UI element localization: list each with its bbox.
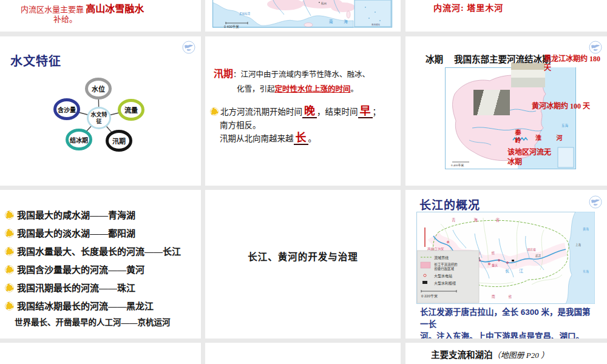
pinwheel-bullet-icon — [5, 229, 14, 238]
blank-answer-long: 长 — [294, 132, 308, 145]
flood-note-line3: 汛期从北向南越来越长。 — [210, 132, 399, 146]
sea-label-yellow-sea: 黄海 — [583, 227, 589, 231]
city-label-hangzhou: 杭州 — [321, 1, 327, 5]
huaihe-label: 淮 河 — [535, 133, 569, 143]
fact-row: 我国汛期最长的河流——珠江 — [5, 281, 135, 294]
flood-term: 汛期 — [214, 69, 233, 79]
pinwheel-bullet-icon — [210, 107, 219, 116]
fact-row: 世界最长、开凿最早的人工河——京杭运河 — [15, 315, 171, 328]
slide-thumbnail-r1c1[interactable]: 内流区水量主要靠 高山冰雪融水 补给。 — [0, 0, 201, 32]
map-legend: 流域界线 长江干流流经的 省级行政区域 大型水电站 大型水利枢纽 0 220千米 — [417, 251, 479, 303]
yangtze-basin-map: 青 海 省 西藏自治区 四 川 省 云 南 省 重庆 湖北省 武汉 上海 长 江… — [416, 212, 595, 304]
slide-thumbnail-r4c2[interactable] — [205, 343, 401, 364]
province-label-chongqing: 重庆 — [492, 263, 498, 268]
city-label-wuhan: 武汉 — [535, 254, 541, 258]
globe-icon — [182, 41, 195, 54]
slide-sorter-grid: 内流区水量主要靠 高山冰雪融水 补给。 0 400千米 孟加拉湾 南 海 杭州 … — [0, 0, 607, 364]
diagram-node-flood-period: 汛期 — [106, 130, 132, 152]
pinwheel-bullet-icon — [5, 265, 14, 274]
river-label-changjiang: 长 江 — [505, 268, 527, 274]
province-label-yunnan: 云 南 省 — [475, 294, 518, 299]
slide-thumbnail-r3c2[interactable]: 长江、黄河的开发与治理 — [205, 190, 401, 339]
fact-row: 我国最大的淡水湖——鄱阳湖 — [5, 226, 135, 239]
svg-text:大型水电站: 大型水电站 — [434, 274, 452, 278]
frozen-river-photo — [511, 63, 545, 87]
diagram-node-sediment: 含沙量 — [53, 98, 80, 120]
diagram-node-water-level: 水位 — [85, 78, 112, 99]
province-label-hubei: 湖北省 — [527, 248, 536, 252]
inflow-supply-line: 内流区水量主要靠 高山冰雪融水 — [21, 1, 144, 15]
blank-answer-late: 晚 — [302, 105, 317, 118]
inland-river-line: 内流河: 塔里木河 — [433, 1, 503, 13]
slide-title: 水文特征 — [10, 52, 61, 69]
slide-title: 长江的概况 — [419, 196, 480, 212]
svg-text:流域界线: 流域界线 — [434, 255, 449, 260]
fact-row: 我国含沙量最大的河流——黄河 — [5, 263, 144, 275]
globe-icon — [589, 41, 602, 54]
pinwheel-bullet-icon — [5, 211, 14, 220]
south-china-sea-label: 南 海 — [329, 19, 353, 24]
section-title: 长江、黄河的开发与治理 — [205, 249, 401, 263]
annotation-heilongjiang-ice: 黑龙江冰期约 180 天 — [544, 55, 607, 73]
slide-thumbnail-r2c2[interactable]: 汛期：江河中由于流域内季节性降水、融冰、 化雪，引起定时性水位上涨的时间。 北方… — [205, 36, 401, 186]
tributaries-title: 主要支流和湖泊（地图册 P20 ） — [431, 348, 549, 360]
slide-thumbnail-r1c3[interactable]: 内流河: 塔里木河 — [405, 0, 607, 32]
slide-thumbnail-r2c1[interactable]: 水文特征 水位 流量 含沙量 结冰期 汛期 水文特征 — [0, 36, 201, 186]
hukou-waterfall-photo — [473, 90, 510, 115]
sea-label: 东海 — [561, 123, 569, 128]
map-scale-label: 0 400千米 — [451, 163, 464, 167]
diagram-center-node: 水文特征 — [87, 107, 111, 129]
flood-definition-line1: 汛期：江河中由于流域内季节性降水、融冰、 — [214, 67, 396, 82]
inflow-supply-tail: 补给。 — [53, 13, 77, 24]
slide-thumbnail-r3c1[interactable]: 我国最大的咸水湖——青海湖 我国最大的淡水湖——鄱阳湖 我国水量最大、长度最长的… — [0, 190, 201, 339]
pinwheel-bullet-icon — [5, 247, 14, 256]
flood-definition-line2: 化雪，引起定时性水位上涨的时间。 — [214, 82, 396, 96]
svg-text:长江干流流经的: 长江干流流经的 — [434, 262, 458, 267]
svg-text:省级行政区域: 省级行政区域 — [434, 266, 455, 271]
slide-thumbnail-r4c1[interactable] — [0, 343, 201, 364]
svg-text:0 220千米: 0 220千米 — [421, 294, 438, 298]
province-label-qinghai: 青 海 省 — [452, 217, 508, 223]
slide-thumbnail-r2c3[interactable]: 冰期我国东部主要河流结冰期 0 400千米 东海 黑龙江冰期约 180 天 黄河… — [405, 36, 607, 186]
blank-answer-early: 早 — [358, 105, 373, 118]
slide-thumbnail-r4c3[interactable]: 主要支流和湖泊（地图册 P20 ） — [405, 343, 607, 364]
map-scale-label: 0 400千米 — [224, 24, 239, 29]
bay-label: 孟加拉湾 — [239, 12, 250, 16]
flood-definition-block: 汛期：江河中由于流域内季节性降水、融冰、 化雪，引起定时性水位上涨的时间。 — [214, 67, 396, 96]
sea-label-east-sea: 东海 — [583, 269, 589, 274]
diagram-node-flow: 流量 — [118, 99, 144, 121]
fact-row: 我国最大的咸水湖——青海湖 — [5, 208, 135, 221]
flood-note-line2: 南方相反。 — [210, 119, 399, 132]
flood-notes-block: 北方河流汛期开始时间晚，结束时间早； 南方相反。 汛期从北向南越来越长。 — [210, 106, 399, 146]
flood-note-line1: 北方河流汛期开始时间晚，结束时间早； — [210, 106, 399, 119]
pinwheel-bullet-icon — [5, 283, 14, 292]
fact-row: 我国结冰期最长的河流——黑龙江 — [5, 299, 154, 312]
city-label-shanghai: 上海 — [575, 243, 581, 247]
yangtze-summary-text: 长江发源于唐古拉山，全长 6300 米，是我国第一长 河。注入东海。上中下游界点… — [420, 306, 599, 339]
annotation-no-ice-region: 该地区河流无冰期 — [507, 147, 557, 167]
annotation-yellow-river-ice: 黄河冰期约 100 天 — [532, 102, 590, 111]
inset-label: 南海诸岛 — [371, 23, 380, 26]
pinwheel-bullet-icon — [5, 302, 14, 311]
flood-definition-highlight: 定时性水位上涨的时间 — [275, 85, 351, 93]
globe-icon — [589, 195, 602, 209]
china-map-strip: 0 400千米 孟加拉湾 南 海 杭州 南海诸岛 — [212, 0, 393, 30]
qinling-label: 秦岭 — [513, 129, 522, 145]
slide-thumbnail-r1c2[interactable]: 0 400千米 孟加拉湾 南 海 杭州 南海诸岛 — [205, 0, 401, 32]
slide-thumbnail-r3c3[interactable]: 长江的概况 青 海 省 西藏自治区 四 川 省 云 南 省 重庆 湖北省 武汉 … — [405, 190, 607, 339]
diagram-node-ice-period: 结冰期 — [66, 129, 92, 150]
fact-row: 我国水量最大、长度最长的河流——长江 — [5, 244, 181, 257]
svg-text:大型水利枢纽: 大型水利枢纽 — [434, 281, 456, 286]
inflow-supply-highlight: 高山冰雪融水 — [86, 4, 144, 14]
